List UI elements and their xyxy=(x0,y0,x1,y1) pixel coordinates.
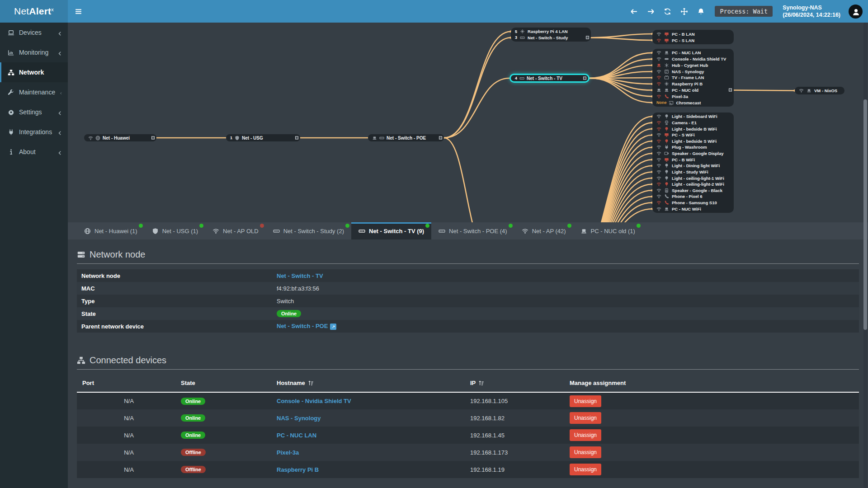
wrench-icon xyxy=(8,89,14,96)
cell-port: N/A xyxy=(77,444,181,461)
page-scrollbar[interactable] xyxy=(863,23,867,488)
hostname-link[interactable]: PC - NUC LAN xyxy=(277,432,316,439)
sidebar-item-integrations[interactable]: Integrations xyxy=(0,122,68,142)
device-group-gc: Light - Sideboard WiFiCamera - E1Light -… xyxy=(652,113,734,213)
scrollbar-thumb[interactable] xyxy=(863,99,867,330)
tab-net-ap-42-[interactable]: Net - AP (42) xyxy=(514,222,573,239)
collapse-toggle[interactable] xyxy=(151,136,155,140)
hostname-link[interactable]: NAS - Synology xyxy=(277,415,321,422)
device-row[interactable]: TV - Frame LAN xyxy=(652,75,734,81)
unassign-button[interactable]: Unassign xyxy=(570,429,601,441)
hostname-link[interactable]: Pixel-3a xyxy=(277,449,299,456)
app-logo[interactable]: NetAlertx xyxy=(0,0,68,23)
device-label: PC - B LAN xyxy=(672,32,695,37)
unassign-button[interactable]: Unassign xyxy=(570,464,601,475)
collapse-toggle[interactable] xyxy=(583,77,586,80)
connected-devices-table: PortStateHostnameIPManage assignment N/A… xyxy=(77,375,859,478)
column-header-port: Port xyxy=(77,375,181,392)
device-row[interactable]: Phone - Pixel 6 xyxy=(652,193,734,200)
switch-icon xyxy=(520,35,525,40)
sidebar-item-maintenance[interactable]: Maintenance xyxy=(0,82,68,102)
device-row[interactable]: NoneChromecast xyxy=(652,99,734,106)
device-label: Light - bedside S WiFi xyxy=(672,139,717,144)
user-info[interactable]: Synology-NAS (26/06/2024, 14:22:16) xyxy=(783,4,840,19)
eth-icon xyxy=(664,88,669,93)
tab-net-switch-study-2-[interactable]: Net - Switch - Study (2) xyxy=(266,222,351,239)
device-row[interactable]: Console - Nvidia Shield TV xyxy=(652,56,734,62)
device-row[interactable]: PC - NUC WiFi xyxy=(652,206,734,212)
collapse-toggle[interactable] xyxy=(295,136,298,140)
device-row[interactable]: PC - S WiFi xyxy=(652,132,734,138)
device-row[interactable]: Speaker - Google Display xyxy=(652,150,734,157)
unassign-button[interactable]: Unassign xyxy=(570,446,601,458)
device-row[interactable]: Light - Study WiFi xyxy=(652,169,734,175)
device-row[interactable]: VM - NixOS xyxy=(795,88,844,94)
device-row[interactable]: Pixel-3a xyxy=(652,93,734,99)
device-row[interactable]: Camera - E1 xyxy=(652,120,734,126)
device-row[interactable]: Light - ceiling-light-1 WiFi xyxy=(652,175,734,181)
chevron-left-icon xyxy=(60,90,62,95)
wifi-icon xyxy=(656,206,661,211)
device-row[interactable]: 3Net - Switch - Study xyxy=(511,35,591,41)
tab-net-ap-old[interactable]: Net - AP OLD xyxy=(205,222,266,239)
avatar[interactable] xyxy=(849,5,863,19)
sort-icon[interactable] xyxy=(308,380,314,386)
device-row[interactable]: Raspberry Pi B xyxy=(652,81,734,87)
collapse-toggle[interactable] xyxy=(729,89,732,92)
device-row[interactable]: PC - B LAN xyxy=(652,31,734,37)
device-row[interactable]: Light - bedside B WiFi xyxy=(652,126,734,132)
device-row[interactable]: PC - NUC LAN xyxy=(652,50,734,56)
network-node-huawei[interactable]: Net - Huawei xyxy=(84,134,156,141)
node-link[interactable]: Net - Switch - TV xyxy=(277,272,323,279)
device-row[interactable]: Speaker - Google - Black xyxy=(652,188,734,194)
cell-ip: 192.168.1.45 xyxy=(470,427,570,444)
device-row[interactable]: PC - NUC old xyxy=(652,87,734,94)
device-row[interactable]: Light - Sideboard WiFi xyxy=(652,113,734,120)
tab-label: Net - AP OLD xyxy=(223,228,259,235)
column-header-hostname[interactable]: Hostname xyxy=(277,375,470,392)
device-row[interactable]: Light - ceiling-light-2 WiFi xyxy=(652,181,734,188)
network-node-tv[interactable]: 4Net - Switch - TV xyxy=(509,74,590,83)
sidebar-item-about[interactable]: About xyxy=(0,142,68,162)
collapse-toggle[interactable] xyxy=(439,136,442,140)
tab-net-switch-poe-4-[interactable]: Net - Switch - POE (4) xyxy=(431,222,514,239)
refresh-icon[interactable] xyxy=(664,8,671,15)
back-icon[interactable] xyxy=(630,8,638,15)
sidebar-item-monitoring[interactable]: Monitoring xyxy=(0,42,68,62)
device-row[interactable]: NAS - Synology xyxy=(652,68,734,75)
globe-icon xyxy=(84,228,91,235)
sidebar-item-settings[interactable]: Settings xyxy=(0,102,68,122)
device-row[interactable]: Light - Dining light WiFi xyxy=(652,163,734,169)
unassign-button[interactable]: Unassign xyxy=(570,395,601,407)
hostname-link[interactable]: Console - Nvidia Shield TV xyxy=(277,398,351,404)
parent-node-link[interactable]: Net - Switch - POE xyxy=(277,323,336,329)
network-node-poe[interactable]: Net - Switch - POE xyxy=(368,134,444,141)
collapse-toggle[interactable] xyxy=(586,36,589,39)
sidebar-item-network[interactable]: Network xyxy=(0,62,68,82)
device-row[interactable]: 5Raspberry Pi 4 LAN xyxy=(511,28,591,35)
tab-pc-nuc-old-1-[interactable]: PC - NUC old (1) xyxy=(573,222,642,239)
tab-net-switch-tv-9-[interactable]: Net - Switch - TV (9) xyxy=(351,222,431,239)
external-link-icon[interactable] xyxy=(330,324,336,330)
tab-net-usg-1-[interactable]: Net - USG (1) xyxy=(145,222,205,239)
move-icon[interactable] xyxy=(680,8,688,15)
device-row[interactable]: Hub - Cygnet Hub xyxy=(652,62,734,69)
forward-icon[interactable] xyxy=(647,8,655,15)
device-row[interactable]: Plug - Washroom xyxy=(652,144,734,150)
device-row[interactable]: PC - S LAN xyxy=(652,37,734,43)
sidebar-item-devices[interactable]: Devices xyxy=(0,23,68,42)
sort-icon[interactable] xyxy=(478,380,484,386)
unassign-button[interactable]: Unassign xyxy=(570,412,601,424)
hostname-link[interactable]: Raspberry Pi B xyxy=(277,466,319,473)
phone-icon xyxy=(664,200,669,205)
device-row[interactable]: Light - bedside S WiFi xyxy=(652,138,734,145)
column-header-ip[interactable]: IP xyxy=(470,375,570,392)
device-row[interactable]: Phone - Samsung S10 xyxy=(652,200,734,206)
table-row: N/AOfflinePixel-3a192.168.1.173Unassign xyxy=(77,444,859,461)
tab-net-huawei-1-[interactable]: Net - Huawei (1) xyxy=(77,222,145,239)
network-node-usg[interactable]: 1Net - USG xyxy=(226,134,300,141)
detail-label: State xyxy=(77,310,277,317)
bell-icon[interactable] xyxy=(697,8,705,15)
sidebar-toggle-button[interactable] xyxy=(68,0,89,23)
device-row[interactable]: PC - B WiFi xyxy=(652,156,734,163)
